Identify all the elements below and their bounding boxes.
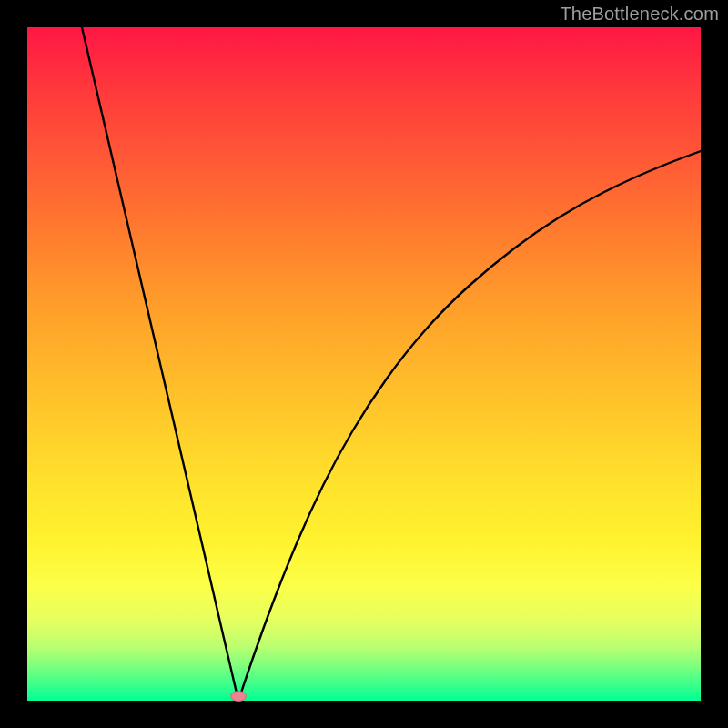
bottleneck-curve [27,27,701,701]
watermark-text: TheBottleneck.com [560,4,719,25]
chart-frame: TheBottleneck.com [0,0,728,728]
min-marker [230,691,247,702]
plot-area [27,27,701,701]
